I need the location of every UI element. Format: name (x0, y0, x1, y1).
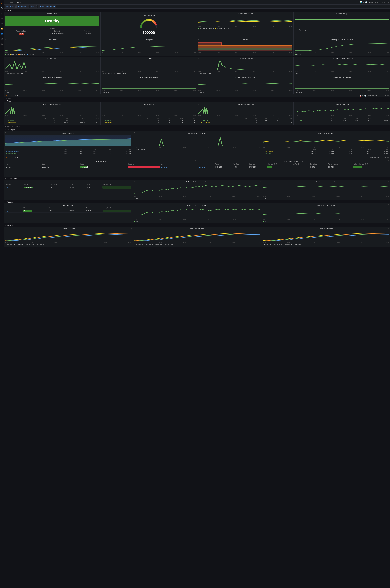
third-timezone[interactable]: UTC (380, 157, 383, 159)
mc-link[interactable]: ↗ (5, 132, 6, 133)
rule-exec-success-svg (5, 79, 99, 89)
cpu5-refresh[interactable]: ↻ (259, 227, 260, 229)
cce-link[interactable]: ↗ (5, 103, 6, 105)
cpu1-refresh[interactable]: ↻ (131, 227, 132, 229)
third-share-icon[interactable]: ⬡ (24, 157, 25, 159)
section-messages[interactable]: Messages (4, 128, 390, 131)
sidebar-icon-clock[interactable]: ⏱ (0, 37, 3, 41)
section-general[interactable]: General (4, 9, 390, 12)
cluster-filter[interactable]: cluster (30, 5, 37, 8)
authz-refresh[interactable]: ↻ (131, 204, 132, 206)
authz-allow: 7736000 (85, 209, 103, 213)
settings-icon[interactable]: ⚙ (363, 1, 364, 3)
subscriptions-link-icon[interactable]: ↗ (101, 39, 103, 40)
auto-refresh[interactable]: 10s (386, 1, 389, 3)
authzcr-title: Authorize Current Exec Rate (134, 204, 260, 206)
timezone[interactable]: UTC (380, 1, 383, 3)
row-4-grid: ↗ Rule Engine Exec Success 10:4010:45 10… (4, 75, 390, 94)
second-auto-refresh[interactable]: 10s (384, 95, 386, 97)
rule-exec-success-link[interactable]: ↗ (5, 76, 6, 78)
share-icon[interactable]: ⬡ (25, 1, 26, 3)
cpu15-refresh[interactable]: ↻ (388, 227, 389, 229)
third-keyboard[interactable]: ⌨ (387, 157, 389, 159)
authzl5-refresh[interactable]: ↻ (388, 204, 389, 206)
al5-link[interactable]: ↗ (262, 181, 263, 182)
third-star-icon[interactable]: ☆ (22, 157, 23, 159)
sidebar-icon-grid[interactable]: ⊟ (0, 22, 3, 25)
section-acl-auth[interactable]: ACL Auth (4, 200, 390, 203)
data-bridge-queuing-link[interactable]: ↗ (198, 57, 199, 59)
connect-auth-link[interactable]: ↗ (5, 57, 6, 59)
authzcr-refresh[interactable]: ↻ (259, 204, 260, 206)
refresh-icon[interactable]: ↻ (384, 1, 386, 3)
sidebar-icon-plus[interactable]: ⊞ (0, 17, 3, 20)
xaxis-4: 10:55 (253, 26, 256, 27)
second-time-range[interactable]: Last 30 minutes (367, 95, 377, 97)
second-monitor-icon[interactable]: 📊 (360, 95, 361, 97)
sidebar-icon-settings[interactable]: ⚙ (0, 42, 3, 46)
acr-refresh[interactable]: ↻ (259, 181, 260, 182)
ac-refresh[interactable]: ↻ (131, 181, 132, 182)
sidebar-icon-star[interactable]: ☆ (0, 11, 3, 15)
cse-stats-table: Last * Min Max Mean Total — Subscribes —… (102, 117, 196, 123)
row-2-grid: ↗ Connections 10:4010:45 10:5010:55 11:0… (4, 38, 390, 56)
rule-engine-last5m-legend: rule_skvc (295, 54, 389, 55)
sidebar-icon-bell[interactable]: 🔔 (0, 27, 4, 31)
rule-action-success-legend-label: rule_skvc (200, 91, 205, 93)
reec-refresh[interactable]: ↻ (388, 160, 389, 162)
sessions-link-icon[interactable]: ↗ (198, 39, 199, 40)
acr-link[interactable]: ↗ (134, 181, 135, 182)
dbs-refresh[interactable]: ↻ (195, 160, 196, 162)
rule-link[interactable]: rule_skvc (161, 166, 167, 168)
authzl5-legend-label: http (264, 221, 266, 222)
second-keyboard-icon[interactable]: ⌨ (387, 95, 389, 97)
connections-link-icon[interactable]: ↗ (5, 39, 6, 40)
authzcr-link[interactable]: ↗ (134, 204, 135, 206)
section-event[interactable]: Event (4, 99, 390, 103)
emqx-filter[interactable]: emqx5.0-opensource ▾ (38, 5, 56, 8)
data-bridge-status-panel: Data Bridge Status ↻ name type Status Qu… (4, 159, 197, 177)
second-share-icon[interactable]: ⬡ (24, 95, 25, 97)
cse-link[interactable]: ↗ (101, 103, 103, 105)
authz-table: resource Status Max Rate Total Allow Den… (5, 207, 132, 213)
sidebar-icon-search[interactable]: 🔍 (0, 6, 4, 10)
datasource-filter[interactable]: datasource (5, 5, 15, 8)
rule-engine-last5m-title: Rule Engine Last 5m Exec Rate (295, 39, 389, 41)
rule-action-failure-link[interactable]: ↗ (294, 76, 295, 78)
sidebar-icon-home[interactable]: ⌂ (1, 1, 3, 4)
authzl5-link[interactable]: ↗ (262, 204, 263, 206)
al5-refresh[interactable]: ↻ (388, 181, 389, 182)
cpu15-title: Last 15m CPU Load (263, 228, 389, 230)
nodes-xaxis: 10:40 10:45 10:50 10:55 11:00 11:05 (295, 27, 389, 29)
caae-link[interactable]: ↗ (294, 103, 295, 105)
reec-topic-hits: 84887265 (215, 165, 232, 169)
rule-engine-last5m-link[interactable]: ↗ (294, 39, 295, 40)
section-packets[interactable]: Packets (4 panels) (4, 125, 390, 128)
dbs-col-rule: rule + (160, 163, 196, 165)
rule-engine-last5m-svg (295, 41, 389, 51)
second-refresh-icon[interactable]: ↻ (382, 95, 383, 97)
third-time-range[interactable]: Last 30 minutes (369, 157, 379, 159)
section-connect-auth[interactable]: Connect Auth (4, 177, 390, 180)
rule-exec-failure-link[interactable]: ↗ (101, 76, 103, 78)
connect-auth-svg (5, 60, 99, 70)
mq-link[interactable]: ↗ (134, 132, 135, 133)
second-timezone[interactable]: UTC (378, 95, 381, 97)
second-settings-icon[interactable]: ⚙ (362, 95, 363, 97)
mc-svg (5, 134, 132, 146)
rule-engine-current-link[interactable]: ↗ (294, 57, 295, 59)
section-system[interactable]: System (4, 224, 390, 227)
acl-auth-link[interactable]: ↗ (101, 57, 103, 59)
prometheus-filter[interactable]: prometheus ▾ (16, 5, 29, 8)
ct-link[interactable]: ↗ (262, 132, 263, 133)
third-refresh[interactable]: 10s (384, 157, 386, 159)
star-icon[interactable]: ☆ (22, 1, 24, 3)
monitor-icon[interactable]: 📊 (360, 1, 362, 3)
authenticate-current-rate-panel: ↗ Authenticate Current Exec Rate ↻ 10:40… (133, 180, 261, 200)
ccae-link[interactable]: ↗ (198, 103, 199, 105)
authz-max-rate: 2342 (49, 209, 68, 213)
time-range[interactable]: Last 30 minutes (368, 1, 379, 3)
rule-action-success-link[interactable]: ↗ (198, 76, 199, 78)
sidebar-icon-user[interactable]: 👤 (0, 32, 4, 36)
second-star-icon[interactable]: ☆ (22, 95, 23, 97)
